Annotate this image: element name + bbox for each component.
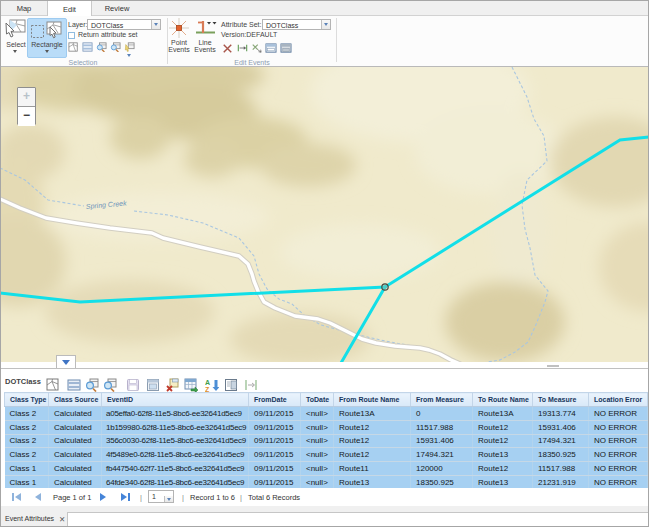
- svg-text:A: A: [205, 379, 210, 386]
